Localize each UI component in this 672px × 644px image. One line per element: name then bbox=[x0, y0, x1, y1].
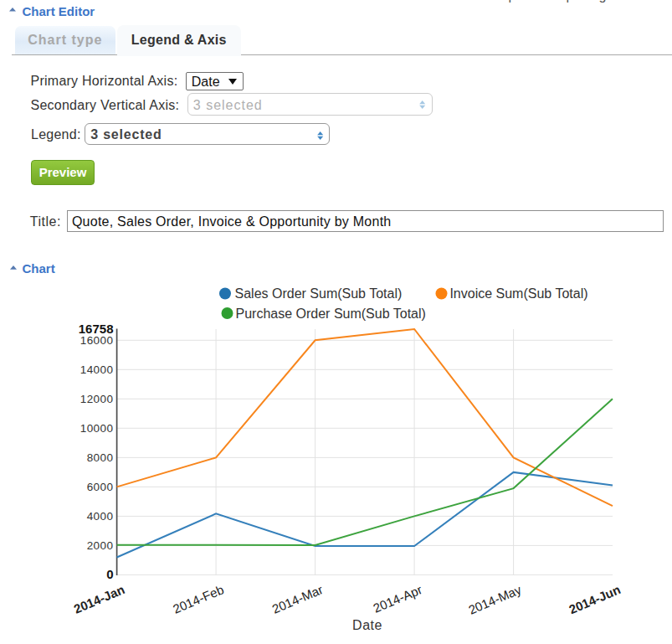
svg-text:2000: 2000 bbox=[87, 539, 114, 552]
svg-text:10000: 10000 bbox=[80, 422, 114, 435]
svg-text:12000: 12000 bbox=[80, 393, 114, 405]
svg-text:8000: 8000 bbox=[87, 451, 114, 464]
svg-text:2014-Jun: 2014-Jun bbox=[567, 582, 623, 616]
svg-text:Purchase Order Sum(Sub Total): Purchase Order Sum(Sub Total) bbox=[236, 307, 426, 321]
svg-text:2014-Feb: 2014-Feb bbox=[171, 582, 226, 616]
svg-text:Invoice Sum(Sub Total): Invoice Sum(Sub Total) bbox=[449, 286, 587, 301]
svg-text:0: 0 bbox=[106, 567, 113, 581]
svg-text:2014-Mar: 2014-Mar bbox=[270, 582, 326, 616]
svg-text:Date: Date bbox=[352, 618, 382, 632]
svg-text:4000: 4000 bbox=[87, 510, 114, 523]
svg-text:6000: 6000 bbox=[87, 481, 114, 493]
svg-text:Sales Order Sum(Sub Total): Sales Order Sum(Sub Total) bbox=[235, 286, 403, 301]
svg-text:2014-May: 2014-May bbox=[466, 582, 524, 617]
svg-text:16000: 16000 bbox=[80, 334, 114, 347]
svg-text:2014-Jan: 2014-Jan bbox=[72, 582, 127, 616]
svg-text:2014-Apr: 2014-Apr bbox=[371, 582, 423, 616]
svg-text:14000: 14000 bbox=[80, 363, 114, 376]
